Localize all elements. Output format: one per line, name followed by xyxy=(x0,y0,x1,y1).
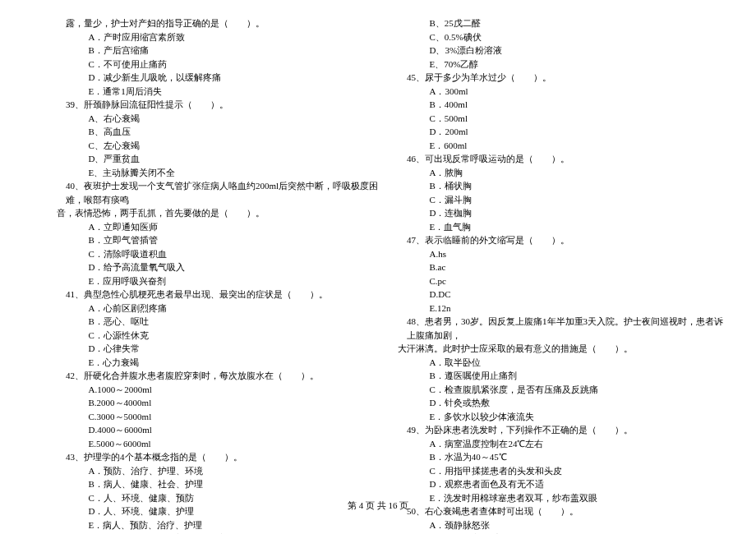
q41-opt-e: E．心力衰竭 xyxy=(66,356,382,370)
q43-opt-e: E．病人、预防、治疗、护理 xyxy=(66,518,382,532)
q45-opt-c: C．500ml xyxy=(407,112,723,126)
q40-opt-c: C．清除呼吸道积血 xyxy=(66,247,382,261)
q42-opt-e: E.5000～6000ml xyxy=(66,437,382,451)
q47-opt-d: D.DC xyxy=(407,288,723,302)
q38-opt-e: E．通常1周后消失 xyxy=(66,85,382,99)
q42-opt-b: B.2000～4000ml xyxy=(66,396,382,410)
q41-stem: 41、典型急性心肌梗死患者最早出现、最突出的症状是（ ）。 xyxy=(66,288,382,302)
q49-opt-d: D．观察患者面色及有无不适 xyxy=(407,477,723,491)
q39-opt-a: A、右心衰竭 xyxy=(66,112,382,126)
q38-opt-c: C．不可使用止痛药 xyxy=(66,58,382,71)
q40-stem-line2: 音，表情恐怖，两手乱抓，首先要做的是（ ）。 xyxy=(57,206,382,220)
q39-opt-c: C、左心衰竭 xyxy=(66,139,382,153)
q44-opt-e: E、70%乙醇 xyxy=(407,58,723,71)
right-column: B、25戊二醛 C、0.5%碘伏 D、3%漂白粉溶液 E、70%乙醇 45、尿于… xyxy=(399,16,723,476)
q48-opt-c: C．检查腹肌紧张度，是否有压痛及反跳痛 xyxy=(407,383,723,397)
page-body: 露，量少，护士对产妇的指导正确的是（ ）。 A．产时应用缩宫素所致 B．产后宫缩… xyxy=(0,0,756,485)
q38-opt-a: A．产时应用缩宫素所致 xyxy=(66,30,382,44)
q47-opt-e: E.12n xyxy=(407,302,723,315)
q41-opt-b: B．恶心、呕吐 xyxy=(66,315,382,329)
q40-opt-a: A．立即通知医师 xyxy=(66,220,382,234)
q42-opt-d: D.4000～6000ml xyxy=(66,423,382,437)
q42-stem: 42、肝硬化合并腹水患者腹腔穿刺时，每次放腹水在（ ）。 xyxy=(66,369,382,383)
q47-opt-c: C.pc xyxy=(407,274,723,288)
q40-stem-line1: 40、夜班护士发现一个支气管扩张症病人咯血约200ml后突然中断，呼吸极度困难，… xyxy=(66,179,382,206)
q45-opt-e: E．600ml xyxy=(407,139,723,153)
q48-opt-b: B．遵医嘱使用止痛剂 xyxy=(407,369,723,383)
q38-opt-d: D．减少新生儿吸吮，以缓解疼痛 xyxy=(66,71,382,85)
q44-opt-d: D、3%漂白粉溶液 xyxy=(407,44,723,58)
q46-opt-c: C．漏斗胸 xyxy=(407,193,723,207)
q49-opt-a: A．病室温度控制在24℃左右 xyxy=(407,437,723,451)
q50-stem: 50、右心衰竭患者查体时可出现（ ）。 xyxy=(407,504,723,518)
q44-opt-c: C、0.5%碘伏 xyxy=(407,30,723,44)
q40-opt-e: E．应用呼吸兴奋剂 xyxy=(66,274,382,288)
q45-stem: 45、尿于多少为羊水过少（ ）。 xyxy=(407,71,723,85)
q43-opt-b: B．病人、健康、社会、护理 xyxy=(66,477,382,491)
q48-opt-e: E．多饮水以较少体液流失 xyxy=(407,410,723,424)
q39-opt-d: D、严重贫血 xyxy=(66,152,382,166)
q49-opt-b: B．水温为40～45℃ xyxy=(407,450,723,464)
q38-fragment: 露，量少，护士对产妇的指导正确的是（ ）。 xyxy=(66,16,382,30)
q49-stem: 49、为卧床患者洗发时，下列操作不正确的是（ ）。 xyxy=(407,423,723,437)
q47-opt-a: A.hs xyxy=(407,247,723,261)
q46-opt-d: D．连枷胸 xyxy=(407,206,723,220)
q43-stem: 43、护理学的4个基本概念指的是（ ）。 xyxy=(66,450,382,464)
q40-opt-d: D．给予高流量氧气吸入 xyxy=(66,260,382,274)
q49-opt-c: C．用指甲揉搓患者的头发和头皮 xyxy=(407,464,723,478)
q45-opt-b: B．400ml xyxy=(407,98,723,112)
q39-opt-e: E、主动脉瓣关闭不全 xyxy=(66,166,382,180)
q39-opt-b: B、高血压 xyxy=(66,125,382,139)
q47-opt-b: B.ac xyxy=(407,260,723,274)
left-column: 露，量少，护士对产妇的指导正确的是（ ）。 A．产时应用缩宫素所致 B．产后宫缩… xyxy=(66,16,399,476)
q43-opt-d: D．人、环境、健康、护理 xyxy=(66,504,382,518)
q45-opt-a: A．300ml xyxy=(407,85,723,99)
q49-opt-e: E．洗发时用棉球塞患者双耳，纱布盖双眼 xyxy=(407,491,723,505)
q43-opt-c: C．人、环境、健康、预防 xyxy=(66,491,382,505)
q48-stem-line1: 48、患者男，30岁。因反复上腹痛1年半加重3天入院。护士夜间巡视时，患者诉上腹… xyxy=(407,315,723,342)
q43-opt-a: A．预防、治疗、护理、环境 xyxy=(66,464,382,478)
q47-stem: 47、表示临睡前的外文缩写是（ ）。 xyxy=(407,233,723,247)
q40-opt-b: B．立即气管插管 xyxy=(66,233,382,247)
q41-opt-c: C．心源性休克 xyxy=(66,329,382,343)
q46-stem: 46、可出现反常呼吸运动的是（ ）。 xyxy=(407,152,723,166)
q48-opt-d: D．针灸或热敷 xyxy=(407,396,723,410)
q46-opt-e: E．血气胸 xyxy=(407,220,723,234)
q46-opt-a: A．脓胸 xyxy=(407,166,723,180)
q38-opt-b: B．产后宫缩痛 xyxy=(66,44,382,58)
q42-opt-a: A.1000～2000ml xyxy=(66,383,382,397)
q48-stem-line2: 大汗淋漓。此时护士应采取的最有意义的措施是（ ）。 xyxy=(398,342,723,356)
q46-opt-b: B．桶状胸 xyxy=(407,179,723,193)
q48-opt-a: A．取半卧位 xyxy=(407,356,723,370)
q45-opt-d: D．200ml xyxy=(407,125,723,139)
q42-opt-c: C.3000～5000ml xyxy=(66,410,382,424)
q41-opt-d: D．心律失常 xyxy=(66,342,382,356)
q44-opt-b: B、25戊二醛 xyxy=(407,16,723,30)
q50-opt-a: A．颈静脉怒张 xyxy=(407,518,723,532)
q39-stem: 39、肝颈静脉回流征阳性提示（ ）。 xyxy=(66,98,382,112)
q41-opt-a: A．心前区剧烈疼痛 xyxy=(66,302,382,315)
